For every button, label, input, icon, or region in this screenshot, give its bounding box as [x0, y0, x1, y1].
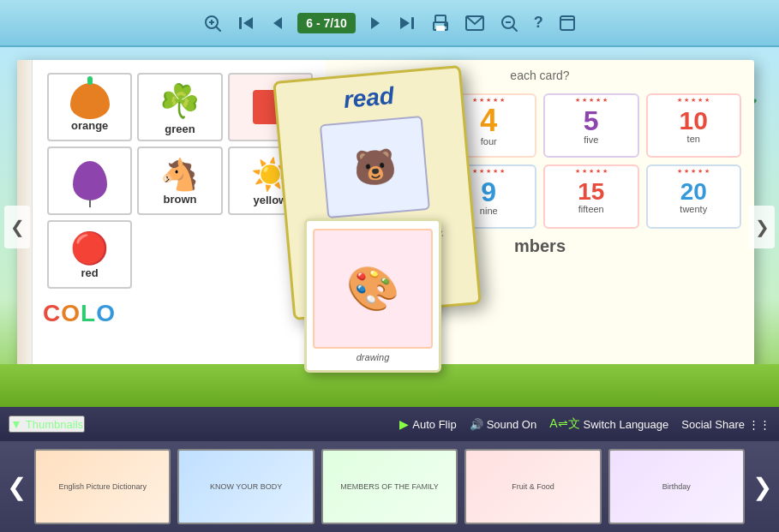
social-share-label: Social Share [681, 418, 745, 431]
horse-shape: 🐴 [160, 157, 199, 193]
svg-line-3 [216, 27, 220, 31]
svg-rect-10 [435, 15, 446, 22]
thumbnail-4[interactable]: Fruit & Food [464, 449, 601, 524]
color-card-red: 🔴 red [47, 220, 132, 289]
balloon-shape [73, 161, 107, 200]
color-label-red: red [81, 266, 99, 279]
color-label-green: green [165, 123, 195, 135]
stars-20: ★ ★ ★ ★ ★ [650, 168, 739, 175]
num-15: 15 [578, 180, 604, 204]
switch-language-button[interactable]: A⇌文 Switch Language [549, 416, 668, 432]
thumb-3-label: MEMBERS OF THE FAMILY [340, 482, 439, 491]
main-content: 🌲 orange ☘️ green [0, 47, 779, 407]
stars-5: ★ ★ ★ ★ ★ [547, 97, 636, 104]
photo-label: drawing [357, 352, 390, 362]
svg-rect-18 [560, 16, 574, 30]
page-prev-arrow[interactable]: ❮ [4, 206, 30, 248]
thumb-1-label: English Picture Dictionary [58, 482, 147, 491]
zoom-out-button[interactable] [496, 10, 522, 36]
colors-title: COLO [43, 300, 317, 327]
stars-15: ★ ★ ★ ★ ★ [547, 168, 636, 175]
shamrock-shape: ☘️ [161, 80, 199, 123]
colors-title-o2: O [96, 300, 116, 326]
color-label-orange: orange [71, 119, 108, 132]
thumbnail-prev-button[interactable]: ❮ [7, 473, 27, 501]
num-4: 4 [480, 105, 497, 136]
svg-marker-6 [273, 17, 282, 29]
number-card-10: ★ ★ ★ ★ ★ 10 ten [646, 93, 742, 158]
num-word-15: fifteen [578, 204, 604, 214]
email-button[interactable] [462, 12, 488, 34]
svg-line-17 [512, 27, 517, 31]
svg-rect-4 [239, 17, 242, 29]
fullscreen-button[interactable] [555, 11, 579, 35]
num-word-4: four [481, 136, 497, 146]
color-card-purple [47, 146, 132, 215]
svg-marker-5 [243, 17, 253, 29]
colors-title-c: C [43, 300, 61, 326]
photo-inner: 🎨 [313, 229, 433, 349]
stars-10: ★ ★ ★ ★ ★ [650, 97, 739, 104]
svg-point-13 [445, 24, 446, 26]
num-9: 9 [481, 178, 496, 206]
thumbnail-strip: ❮ English Picture Dictionary KNOW YOUR B… [0, 441, 779, 532]
color-card-horse: 🐴 brown [137, 146, 222, 215]
auto-flip-label: Auto Flip [412, 418, 456, 431]
thumbnail-3[interactable]: MEMBERS OF THE FAMILY [321, 449, 458, 524]
number-card-5: ★ ★ ★ ★ ★ 5 five [543, 93, 639, 158]
popup-card-image: 🐻 [320, 116, 430, 218]
number-card-15: ★ ★ ★ ★ ★ 15 fifteen [543, 164, 639, 229]
num-word-20: twenty [680, 204, 707, 214]
share-icon: ⋮⋮ [748, 418, 770, 431]
status-controls: ▶ Auto Flip 🔊 Sound On A⇌文 Switch Langua… [399, 416, 770, 432]
sound-icon: 🔊 [470, 418, 483, 431]
num-word-9: nine [480, 206, 498, 216]
skip-back-button[interactable] [234, 11, 258, 35]
num-20: 20 [680, 180, 707, 204]
play-icon: ▶ [399, 417, 409, 431]
color-card-orange: orange [47, 73, 132, 141]
sound-button[interactable]: 🔊 Sound On [470, 418, 537, 431]
thumbnail-4-inner: Fruit & Food [466, 451, 599, 523]
thumbnail-3-inner: MEMBERS OF THE FAMILY [323, 451, 456, 523]
numbers-subtitle-text: mbers [514, 236, 566, 255]
page-indicator: 6 - 7/10 [297, 13, 355, 33]
color-card-green: ☘️ green [137, 73, 222, 141]
color-label-brown: brown [163, 193, 196, 206]
help-button[interactable]: ? [530, 10, 547, 35]
thumbnails-toggle-button[interactable]: ▼ Thumbnails [9, 415, 85, 433]
thumb-4-label: Fruit & Food [512, 482, 554, 491]
language-icon: A⇌文 [549, 416, 579, 432]
prev-button[interactable] [267, 12, 289, 34]
svg-marker-7 [371, 17, 380, 29]
num-5: 5 [584, 107, 599, 134]
thumbnail-next-button[interactable]: ❯ [752, 473, 772, 501]
thumbnail-2-inner: KNOW YOUR BODY [179, 451, 312, 523]
thumbnails-label: Thumbnails [26, 418, 83, 431]
bear-emoji: 🐻 [351, 146, 398, 189]
print-button[interactable] [428, 10, 453, 36]
colors-title-o: O [61, 300, 81, 326]
photo-drawing-card: 🎨 drawing [304, 218, 441, 373]
svg-rect-8 [411, 17, 414, 29]
thumb-2-label: KNOW YOUR BODY [210, 482, 282, 491]
thumbnail-2[interactable]: KNOW YOUR BODY [177, 449, 314, 524]
page-next-arrow[interactable]: ❯ [749, 206, 775, 248]
thumbnail-5-inner: Birthday [610, 451, 743, 523]
sound-label: Sound On [487, 418, 537, 431]
status-bar: ▼ Thumbnails ▶ Auto Flip 🔊 Sound On A⇌文 … [0, 407, 779, 441]
social-share-button[interactable]: Social Share ⋮⋮ [681, 418, 770, 431]
num-10: 10 [680, 108, 708, 134]
auto-flip-button[interactable]: ▶ Auto Flip [399, 417, 456, 431]
thumbnail-5[interactable]: Birthday [608, 449, 745, 524]
num-word-10: ten [687, 134, 700, 144]
girl-drawing-emoji: 🎨 [346, 264, 399, 314]
toolbar: 6 - 7/10 ? [0, 0, 779, 47]
zoom-in-button[interactable] [200, 10, 225, 36]
thumbnail-1-inner: English Picture Dictionary [36, 451, 169, 523]
number-card-20: ★ ★ ★ ★ ★ 20 twenty [646, 164, 742, 229]
skip-fwd-button[interactable] [395, 11, 419, 35]
next-button[interactable] [364, 12, 387, 34]
thumbnail-1[interactable]: English Picture Dictionary [34, 449, 171, 524]
popup-card-title: read [342, 82, 395, 114]
